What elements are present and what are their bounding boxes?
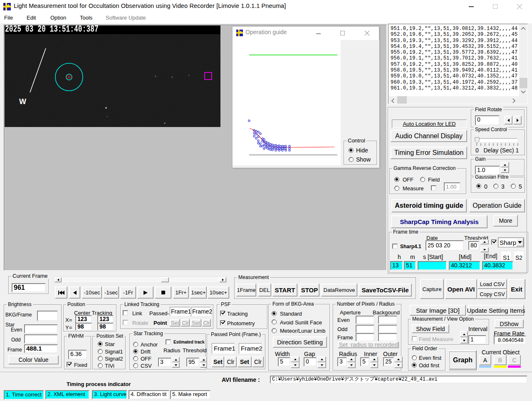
svg-text:W: W <box>19 97 26 106</box>
